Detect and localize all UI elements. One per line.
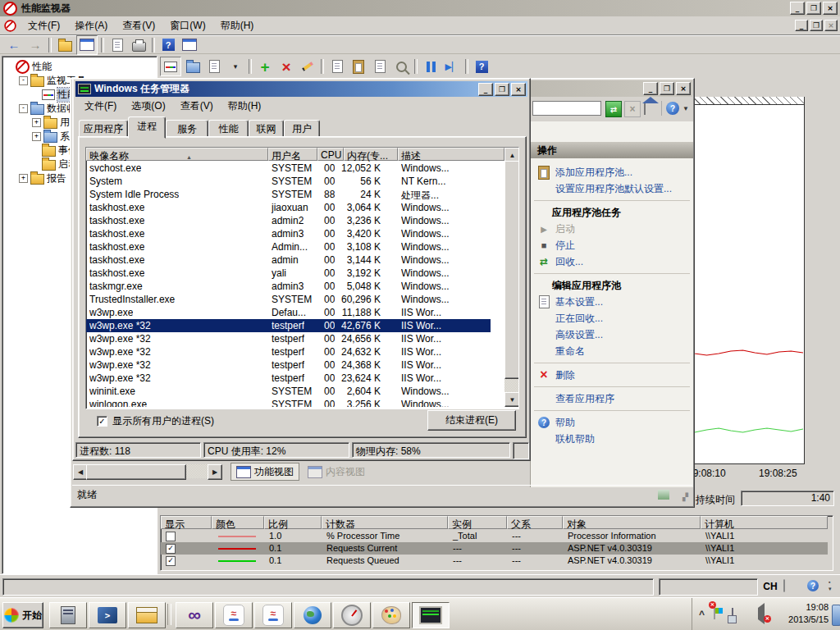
process-row[interactable]: svchost.exeSYSTEM0012,052 KWindows... <box>86 162 491 175</box>
properties-button[interactable] <box>107 36 127 54</box>
tab-用户[interactable]: 用户 <box>284 120 320 138</box>
process-row[interactable]: taskhost.exeadmin003,144 KWindows... <box>86 253 491 267</box>
taskmgr-title-bar[interactable]: Windows 任务管理器 _❐× <box>75 81 527 97</box>
iis-close-button[interactable]: × <box>676 82 691 95</box>
action-link[interactable]: 高级设置... <box>531 326 693 343</box>
action-help-round-icon[interactable]: ?帮助 <box>531 414 693 431</box>
scroll-down-icon[interactable]: ▼ <box>504 392 519 407</box>
action-recycle-icon[interactable]: ⇄回收... <box>531 253 693 270</box>
iis-restore-button[interactable]: ❐ <box>660 82 674 95</box>
tab-性能[interactable]: 性能 <box>208 120 249 138</box>
column-header-4[interactable]: 描述 <box>398 148 504 161</box>
visual-studio-button[interactable]: ∞ <box>176 602 213 628</box>
copy-properties-button[interactable] <box>327 57 347 75</box>
process-row[interactable]: System Idle ProcessSYSTEM8824 K处理器... <box>86 188 491 201</box>
process-table-scrollbar[interactable]: ▲ ▼ <box>504 148 518 407</box>
process-row[interactable]: wininit.exeSYSTEM002,604 KWindows... <box>86 385 491 398</box>
network-app-button[interactable] <box>294 602 331 628</box>
resize-grip[interactable]: ▞ <box>682 493 689 501</box>
back-button[interactable]: ← <box>4 36 24 54</box>
show-desktop-button[interactable] <box>832 605 840 626</box>
legend-row[interactable]: 1.0% Processor Time_Total---Processor In… <box>161 530 828 542</box>
freeze-display-button[interactable] <box>421 57 441 75</box>
iis-minimize-button[interactable]: _ <box>643 82 658 95</box>
process-row[interactable]: taskmgr.exeadmin3005,048 KWindows... <box>86 280 491 293</box>
close-button[interactable]: × <box>823 2 838 15</box>
counter-folder-button[interactable] <box>183 57 203 75</box>
language-help-icon[interactable]: ? <box>807 580 819 591</box>
column-header-0[interactable]: 映像名称▲ <box>86 148 268 161</box>
zoom-button[interactable] <box>391 57 411 75</box>
server-manager-button[interactable] <box>49 602 87 628</box>
column-header-2[interactable]: CPU <box>317 148 344 161</box>
process-row[interactable]: taskhost.exeyali003,192 KWindows... <box>86 267 491 280</box>
iis-help-icon[interactable]: ? <box>666 102 679 115</box>
process-row[interactable]: w3wp.exe *32testperf0024,368 KIIS Wor... <box>86 358 491 372</box>
menu-item[interactable]: 查看(V) <box>173 97 221 116</box>
mdi-minimize-button[interactable]: _ <box>795 20 808 31</box>
properties-button[interactable] <box>370 57 390 75</box>
show-all-users-checkbox[interactable]: ✓ 显示所有用户的进程(S) <box>97 414 214 428</box>
iis-go-icon[interactable]: ⇄ <box>605 101 622 117</box>
process-scrollbar-thumb[interactable] <box>504 161 519 379</box>
process-row[interactable]: w3wp.exe *32testperf0024,632 KIIS Wor... <box>86 345 491 358</box>
console-tree-button[interactable] <box>76 35 98 55</box>
update-data-button[interactable]: ▶▏ <box>442 57 462 75</box>
performance-monitor-taskbar-button[interactable] <box>412 602 450 628</box>
tab-服务[interactable]: 服务 <box>166 120 208 138</box>
volume-icon[interactable]: × <box>753 608 765 619</box>
dropdown-button[interactable]: ▾ <box>226 57 245 75</box>
expand-icon[interactable]: + <box>32 132 41 141</box>
mdi-restore-button[interactable]: ❐ <box>810 20 823 31</box>
delete-counter-button[interactable]: × <box>276 57 296 75</box>
legend-row[interactable]: ✓0.1Requests Queued------ASP.NET v4.0.30… <box>161 555 828 567</box>
new-window-button[interactable] <box>180 36 199 54</box>
java-app-button-1[interactable]: ≈ <box>215 602 253 628</box>
view-tab-内容视图[interactable]: 内容视图 <box>303 463 370 481</box>
mdi-close-button[interactable]: × <box>824 20 838 31</box>
taskmgr-minimize-button[interactable]: _ <box>478 83 493 96</box>
gauge-app-button[interactable] <box>333 602 371 628</box>
process-row[interactable]: winlogon.exeSYSTEM003,256 KWindows... <box>86 398 491 407</box>
taskmgr-restore-button[interactable]: ❐ <box>495 83 509 96</box>
language-indicator[interactable]: CH <box>761 578 779 594</box>
tree-item[interactable]: +报告 <box>19 171 66 185</box>
action-link[interactable]: 正在回收... <box>531 310 693 326</box>
menu-item[interactable]: 文件(F) <box>77 97 124 116</box>
iis-address-input[interactable] <box>532 101 601 116</box>
action-add-app-pool-icon[interactable]: 添加应用程序池... <box>531 164 693 180</box>
tab-应用程序[interactable]: 应用程序 <box>79 120 128 138</box>
menu-item[interactable]: 选项(O) <box>124 97 172 116</box>
export-folder-button[interactable] <box>55 36 75 54</box>
process-row[interactable]: taskhost.exejiaoxuan003,064 KWindows... <box>86 201 491 214</box>
process-row[interactable]: w3wp.exeDefau...0011,188 KIIS Wor... <box>86 306 491 319</box>
process-row[interactable]: SystemSYSTEM0056 KNT Kern... <box>86 175 491 188</box>
legend-checkbox[interactable] <box>166 532 176 541</box>
iis-manager-button[interactable] <box>128 602 166 628</box>
scrollbar-thumb[interactable] <box>86 464 186 480</box>
paste-counter-button[interactable] <box>349 57 368 75</box>
collapse-icon[interactable]: - <box>19 104 28 113</box>
clock[interactable]: 19:08 2013/5/15 <box>773 601 829 626</box>
powershell-button[interactable]: > <box>89 602 126 628</box>
column-header-3[interactable]: 内存(专... <box>344 148 398 161</box>
legend-header-0[interactable]: 显示 <box>161 516 212 529</box>
iis-horizontal-scrollbar[interactable]: ◀ ▶ <box>73 464 222 478</box>
action-link[interactable]: 查看应用程序 <box>531 390 693 407</box>
legend-checkbox[interactable]: ✓ <box>166 544 176 554</box>
menu-item[interactable]: 帮助(H) <box>221 97 269 116</box>
legend-checkbox[interactable]: ✓ <box>166 556 176 566</box>
add-counter-button[interactable]: + <box>255 57 275 75</box>
legend-header-6[interactable]: 对象 <box>563 516 701 529</box>
taskmgr-close-button[interactable]: × <box>511 83 526 96</box>
language-bar-options-icon[interactable]: ▪▾ <box>829 579 832 592</box>
action-link[interactable]: 设置应用程序池默认设置... <box>531 180 693 197</box>
view-tab-功能视图[interactable]: 功能视图 <box>231 463 299 481</box>
legend-header-4[interactable]: 实例 <box>448 516 507 529</box>
legend-header-7[interactable]: 计算机 <box>701 516 828 529</box>
keyboard-icon[interactable] <box>783 579 785 592</box>
tree-item[interactable]: 性能 <box>6 60 52 73</box>
iis-stop-icon[interactable]: × <box>624 101 641 117</box>
java-app-button-2[interactable]: ≈ <box>254 602 292 628</box>
highlight-button[interactable] <box>298 57 317 75</box>
